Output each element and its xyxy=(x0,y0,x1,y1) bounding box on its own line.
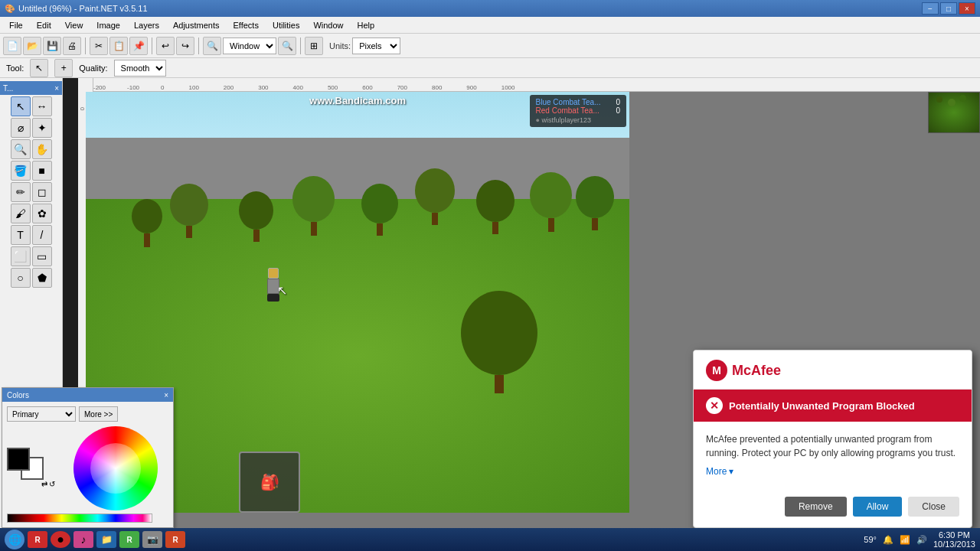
tool-row-1: ↖ ↔ xyxy=(11,96,52,116)
open-button[interactable]: 📂 xyxy=(23,37,41,55)
taskbar-music[interactable]: ♪ xyxy=(74,531,93,548)
app-icon: 🎨 xyxy=(5,4,15,14)
tool-gradient[interactable]: ■ xyxy=(32,161,52,181)
tool-select-button[interactable]: ↖ xyxy=(30,59,48,77)
paste-button[interactable]: 📌 xyxy=(129,37,148,55)
mcafee-header: M McAfee xyxy=(694,350,972,390)
taskbar-roblox-3[interactable]: R xyxy=(165,531,185,548)
allow-button[interactable]: Allow xyxy=(853,497,903,517)
toolbox-close[interactable]: × xyxy=(54,84,59,93)
tool-move[interactable]: ↔ xyxy=(32,96,52,116)
tool-lasso[interactable]: ⌀ xyxy=(11,118,31,138)
tree-1 xyxy=(132,199,162,247)
tool-paint-bucket[interactable]: 🪣 xyxy=(11,161,31,181)
remove-button[interactable]: Remove xyxy=(785,497,847,517)
taskbar-time: 6:30 PM xyxy=(933,530,975,540)
tool-ellipse[interactable]: ○ xyxy=(11,268,31,288)
tool-select[interactable]: ↖ xyxy=(11,96,31,116)
grid-button[interactable]: ⊞ xyxy=(305,37,323,55)
zoom-dropdown[interactable]: Window 100% 96% xyxy=(223,37,276,54)
tree-9 xyxy=(576,176,614,230)
menu-file[interactable]: File xyxy=(3,19,29,31)
units-label: Units: xyxy=(329,41,351,51)
menu-help[interactable]: Help xyxy=(351,19,381,31)
close-dialog-button[interactable]: Close xyxy=(908,497,959,517)
copy-button[interactable]: 📋 xyxy=(109,37,128,55)
tool-clone-stamp[interactable]: ✿ xyxy=(32,204,52,223)
tool-rounded-rect[interactable]: ▭ xyxy=(32,246,52,266)
mcafee-more-link[interactable]: More ▾ xyxy=(706,465,959,478)
hud-blue-row: Blue Combat Tea... 0 xyxy=(536,98,620,106)
tool-paintbrush[interactable]: 🖌 xyxy=(11,204,31,223)
colors-close[interactable]: × xyxy=(164,391,168,399)
tree-7 xyxy=(476,180,514,234)
taskbar-chrome[interactable]: 🌐 xyxy=(5,530,24,549)
tool-options-bar: Tool: ↖ + Quality: Smooth Aliased xyxy=(0,58,980,78)
taskbar-apps: 🌐 R ● ♪ 📁 R 📷 R xyxy=(5,530,185,549)
hud-red-score: 0 xyxy=(616,106,620,115)
preview-content xyxy=(929,93,979,132)
undo-button[interactable]: ↩ xyxy=(156,37,175,55)
tool-zoom[interactable]: 🔍 xyxy=(11,139,31,159)
tool-magic-wand[interactable]: ✦ xyxy=(32,118,52,138)
tool-pencil[interactable]: ✏ xyxy=(11,182,31,202)
tool-eraser[interactable]: ◻ xyxy=(32,182,52,202)
foreground-color-box[interactable] xyxy=(7,448,30,471)
save-button[interactable]: 💾 xyxy=(43,37,61,55)
tool-label: Tool: xyxy=(6,64,24,73)
menu-image[interactable]: Image xyxy=(90,19,126,31)
color-swatch-row[interactable] xyxy=(7,514,152,523)
taskbar-roblox-1[interactable]: R xyxy=(28,531,47,548)
maximize-button[interactable]: □ xyxy=(940,2,957,15)
units-dropdown[interactable]: Pixels Inches xyxy=(352,37,400,54)
quality-dropdown[interactable]: Smooth Aliased xyxy=(114,60,166,77)
tool-text[interactable]: T xyxy=(11,225,31,245)
tool-row-2: ⌀ ✦ xyxy=(11,118,52,138)
separator4 xyxy=(300,37,301,54)
tool-row-6: 🖌 ✿ xyxy=(11,204,52,223)
taskbar-screenshot[interactable]: 📷 xyxy=(142,531,162,548)
volume-icon: 🔊 xyxy=(916,535,927,545)
tree-6 xyxy=(415,168,455,225)
zoom-out-button[interactable]: 🔍 xyxy=(203,37,221,55)
tool-freeform[interactable]: ⬟ xyxy=(32,268,52,288)
taskbar-app-2[interactable]: ● xyxy=(51,531,70,548)
taskbar-weather: 59° xyxy=(864,535,877,544)
tool-extra-button[interactable]: + xyxy=(54,59,73,77)
tool-rectangle[interactable]: ⬜ xyxy=(11,246,31,266)
taskbar-files[interactable]: 📁 xyxy=(96,531,116,548)
reset-colors-icon[interactable]: ↺ xyxy=(49,480,55,488)
more-button[interactable]: More >> xyxy=(79,406,118,422)
zoom-in-button[interactable]: 🔍 xyxy=(278,37,296,55)
minimize-button[interactable]: − xyxy=(922,2,939,15)
mcafee-body: McAfee prevented a potentially unwanted … xyxy=(694,422,972,489)
menu-view[interactable]: View xyxy=(59,19,90,31)
cut-button[interactable]: ✂ xyxy=(90,37,108,55)
window-title: Untitled (96%) - Paint.NET v3.5.11 xyxy=(18,4,148,13)
color-wheel[interactable] xyxy=(74,426,158,510)
tool-row-8: ⬜ ▭ xyxy=(11,246,52,266)
tree-2 xyxy=(170,184,208,238)
tool-line[interactable]: / xyxy=(32,225,52,245)
menu-window[interactable]: Window xyxy=(307,19,349,31)
primary-dropdown[interactable]: Primary Secondary xyxy=(7,406,76,422)
menu-utilities[interactable]: Utilities xyxy=(266,19,305,31)
tree-3 xyxy=(239,191,273,242)
print-button[interactable]: 🖨 xyxy=(63,37,81,55)
colors-header: Colors × xyxy=(2,388,173,402)
network-icon: 📶 xyxy=(900,535,910,545)
preview-panel xyxy=(928,92,980,133)
taskbar-roblox-2[interactable]: R xyxy=(119,531,139,548)
swap-colors-icon[interactable]: ⇄ xyxy=(41,480,47,488)
menu-edit[interactable]: Edit xyxy=(31,19,57,31)
menu-effects[interactable]: Effects xyxy=(227,19,265,31)
hud-overlay: Blue Combat Tea... 0 Red Combat Tea... 0… xyxy=(530,95,626,127)
menu-adjustments[interactable]: Adjustments xyxy=(167,19,226,31)
redo-button[interactable]: ↪ xyxy=(176,37,194,55)
new-button[interactable]: 📄 xyxy=(3,37,21,55)
mcafee-logo: M McAfee xyxy=(706,360,781,381)
taskbar-date: 10/13/2013 xyxy=(933,540,975,549)
close-button[interactable]: × xyxy=(959,2,975,15)
menu-layers[interactable]: Layers xyxy=(128,19,165,31)
tool-pan[interactable]: ✋ xyxy=(32,139,52,159)
